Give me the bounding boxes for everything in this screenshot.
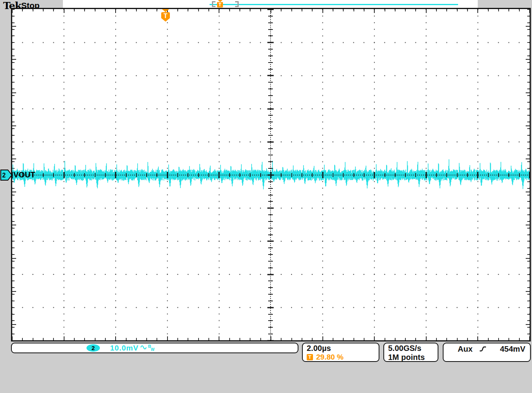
channel-scale-readout: 10.0mV <box>110 344 139 352</box>
triangle-down-icon <box>162 9 169 12</box>
window-bracket-left-icon[interactable] <box>212 1 215 7</box>
acquisition-readout-box[interactable]: 5.00GS/s 1M points <box>383 343 438 362</box>
rising-edge-icon <box>479 345 487 354</box>
bandwidth-limit-icon: BW <box>148 346 155 350</box>
trigger-position-flag[interactable]: T <box>161 9 170 22</box>
channel-arrow-icon: 2 <box>0 169 12 181</box>
trigger-icon: T <box>307 354 313 360</box>
window-bracket-right-icon[interactable] <box>235 1 239 7</box>
ac-coupling-icon <box>140 345 147 352</box>
center-horizontal-axis-division-ticks <box>12 172 530 178</box>
channel-readout-box[interactable]: 2 10.0mV BW <box>11 343 298 353</box>
oscilloscope-screen: Tek Stop T T VOUT <box>0 0 532 393</box>
record-view-bar[interactable] <box>63 0 478 8</box>
trigger-position-readout: 29.80 % <box>316 353 344 362</box>
trigger-readout-box[interactable]: Aux 454mV <box>443 343 531 362</box>
trigger-level-readout: 454mV <box>500 344 526 354</box>
horizontal-readout-box[interactable]: 2.00µs T 29.80 % <box>302 343 379 362</box>
record-trigger-marker-icon[interactable]: T <box>217 0 223 7</box>
record-waveform-preview <box>210 4 458 5</box>
channel-2-badge[interactable]: 2 <box>87 344 100 352</box>
sample-rate-readout: 5.00GS/s <box>388 344 434 353</box>
channel-label: VOUT <box>13 170 35 179</box>
record-length-readout: 1M points <box>388 353 434 362</box>
trigger-source-readout: Aux <box>458 344 473 354</box>
graticule: T VOUT <box>11 8 531 341</box>
timebase-readout: 2.00µs <box>307 344 375 353</box>
svg-text:2: 2 <box>2 172 6 179</box>
channel-2-reference-marker[interactable]: 2 <box>0 169 12 181</box>
